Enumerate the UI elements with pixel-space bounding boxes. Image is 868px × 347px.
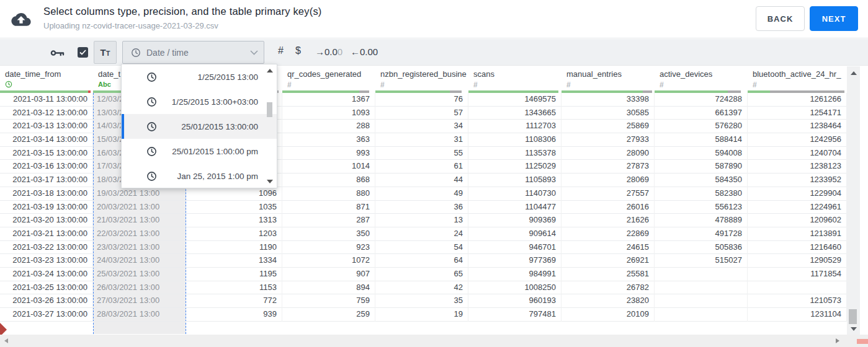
- table-cell[interactable]: 1035: [186, 201, 282, 214]
- table-cell[interactable]: 797481: [468, 308, 562, 322]
- table-cell[interactable]: 287: [282, 214, 375, 227]
- horizontal-scrollbar[interactable]: [0, 335, 868, 347]
- table-cell[interactable]: 27933: [562, 133, 655, 147]
- table-cell[interactable]: 27873: [562, 160, 655, 174]
- scroll-down-icon[interactable]: [851, 327, 857, 331]
- table-cell[interactable]: 588414: [655, 133, 748, 147]
- table-cell[interactable]: 868: [282, 174, 375, 187]
- table-cell[interactable]: 576280: [655, 120, 748, 133]
- column-header-scans[interactable]: scans#: [468, 66, 562, 93]
- column-header-qr_codes_generated[interactable]: qr_codes_generated#: [282, 66, 375, 93]
- table-cell[interactable]: [655, 281, 748, 295]
- table-cell[interactable]: 993: [282, 147, 375, 160]
- table-cell[interactable]: 2021-03-15 13:00:00: [0, 147, 93, 160]
- table-cell[interactable]: 1153: [186, 281, 282, 295]
- table-cell[interactable]: 1229904: [748, 187, 847, 201]
- table-cell[interactable]: 26921: [562, 254, 655, 268]
- table-cell[interactable]: 27557: [562, 187, 655, 201]
- table-cell[interactable]: 19/03/2021 13:00: [93, 187, 186, 201]
- table-cell[interactable]: 1105893: [468, 174, 562, 187]
- table-cell[interactable]: 23820: [562, 294, 655, 308]
- table-cell[interactable]: 2021-03-25 13:00:00: [0, 281, 93, 295]
- table-cell[interactable]: 724288: [655, 93, 748, 107]
- table-cell[interactable]: 2021-03-13 13:00:00: [0, 120, 93, 133]
- table-cell[interactable]: 25869: [562, 120, 655, 133]
- table-cell[interactable]: 1008250: [468, 281, 562, 295]
- table-cell[interactable]: 35: [375, 294, 468, 308]
- table-cell[interactable]: 24: [375, 227, 468, 241]
- table-cell[interactable]: 65: [375, 268, 468, 281]
- table-cell[interactable]: 22869: [562, 227, 655, 241]
- table-cell[interactable]: 1233952: [748, 174, 847, 187]
- table-cell[interactable]: [748, 281, 847, 295]
- table-cell[interactable]: 1108306: [468, 133, 562, 147]
- datetime-format-option[interactable]: 25/01/2015 13:00:00: [122, 114, 277, 139]
- scroll-up-icon[interactable]: [267, 69, 273, 72]
- table-cell[interactable]: 22/03/2021 13:00: [93, 227, 186, 241]
- table-cell[interactable]: 960193: [468, 294, 562, 308]
- scroll-left-icon[interactable]: [4, 338, 8, 343]
- table-cell[interactable]: 505836: [655, 241, 748, 255]
- table-cell[interactable]: 44: [375, 174, 468, 187]
- table-cell[interactable]: 61: [375, 160, 468, 174]
- table-cell[interactable]: 1238464: [748, 120, 847, 133]
- currency-type-button[interactable]: $: [295, 45, 301, 56]
- table-cell[interactable]: 23/03/2021 13:00: [93, 241, 186, 255]
- table-cell[interactable]: 1093: [282, 107, 375, 120]
- text-type-button[interactable]: TT: [94, 41, 117, 64]
- table-cell[interactable]: 2021-03-21 13:00:00: [0, 227, 93, 241]
- table-cell[interactable]: 2021-03-24 13:00:00: [0, 268, 93, 281]
- table-cell[interactable]: 49: [375, 187, 468, 201]
- table-cell[interactable]: 2021-03-11 13:00:00: [0, 93, 93, 107]
- table-cell[interactable]: 584350: [655, 174, 748, 187]
- table-cell[interactable]: 984991: [468, 268, 562, 281]
- table-cell[interactable]: 946701: [468, 241, 562, 255]
- datetime-format-select[interactable]: Date / time: [122, 41, 264, 64]
- scroll-down-icon[interactable]: [267, 180, 273, 183]
- table-cell[interactable]: 36: [375, 201, 468, 214]
- table-cell[interactable]: 594008: [655, 147, 748, 160]
- table-cell[interactable]: 2021-03-14 13:00:00: [0, 133, 93, 147]
- table-cell[interactable]: 2021-03-27 13:00:00: [0, 308, 93, 322]
- table-cell[interactable]: 26/03/2021 13:00: [93, 281, 186, 295]
- column-header-date_time_from[interactable]: date_time_from: [0, 66, 93, 93]
- table-cell[interactable]: 28069: [562, 174, 655, 187]
- table-cell[interactable]: 1238123: [748, 160, 847, 174]
- table-cell[interactable]: 556123: [655, 201, 748, 214]
- table-cell[interactable]: 923: [282, 241, 375, 255]
- table-cell[interactable]: 1203: [186, 227, 282, 241]
- increase-decimals-button[interactable]: ←0.00: [351, 46, 378, 57]
- table-cell[interactable]: 1195: [186, 268, 282, 281]
- table-cell[interactable]: 2021-03-26 13:00:00: [0, 294, 93, 308]
- table-cell[interactable]: 772: [186, 294, 282, 308]
- table-cell[interactable]: 30585: [562, 107, 655, 120]
- table-cell[interactable]: 871: [282, 201, 375, 214]
- table-cell[interactable]: 1096: [186, 187, 282, 201]
- back-button[interactable]: BACK: [756, 6, 805, 31]
- horizontal-scrollbar-thumb[interactable]: [857, 339, 868, 344]
- table-cell[interactable]: 1072: [282, 254, 375, 268]
- datetime-format-option[interactable]: 25/01/2015 1:00:00 pm: [122, 139, 277, 164]
- table-cell[interactable]: 64: [375, 254, 468, 268]
- table-cell[interactable]: 1190: [186, 241, 282, 255]
- column-header-active_devices[interactable]: active_devices#: [655, 66, 748, 93]
- table-cell[interactable]: 288: [282, 120, 375, 133]
- table-cell[interactable]: 28090: [562, 147, 655, 160]
- table-cell[interactable]: 1140730: [468, 187, 562, 201]
- vertical-scrollbar[interactable]: [847, 66, 860, 335]
- table-cell[interactable]: 1014: [282, 160, 375, 174]
- table-cell[interactable]: 1216460: [748, 241, 847, 255]
- table-cell[interactable]: 363: [282, 133, 375, 147]
- table-cell[interactable]: 491728: [655, 227, 748, 241]
- table-cell[interactable]: 1254171: [748, 107, 847, 120]
- table-cell[interactable]: 24615: [562, 241, 655, 255]
- table-cell[interactable]: 28/03/2021 13:00: [93, 308, 186, 322]
- table-cell[interactable]: 33398: [562, 93, 655, 107]
- table-cell[interactable]: 1112703: [468, 120, 562, 133]
- table-cell[interactable]: 2021-03-22 13:00:00: [0, 241, 93, 255]
- column-header-bluetooth_active_24_hr_[interactable]: bluetooth_active_24_hr_#: [748, 66, 847, 93]
- table-cell[interactable]: 20109: [562, 308, 655, 322]
- table-cell[interactable]: 1313: [186, 214, 282, 227]
- datetime-format-option[interactable]: Jan 25, 2015 1:00 pm: [122, 164, 277, 188]
- table-cell[interactable]: [655, 308, 748, 322]
